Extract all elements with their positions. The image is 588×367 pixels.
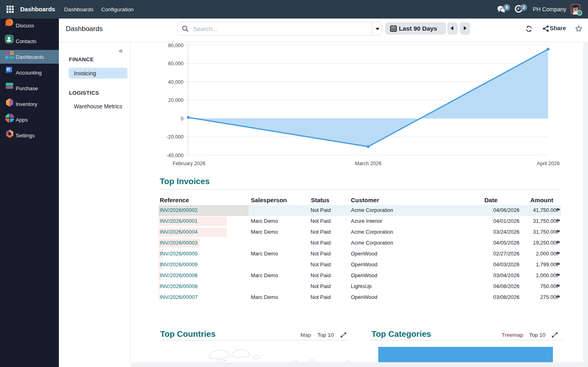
- svg-text:-40,000: -40,000: [167, 153, 183, 158]
- svg-text:80,000: 80,000: [168, 43, 183, 48]
- svg-text:40,000: 40,000: [168, 79, 183, 85]
- svg-text:60,000: 60,000: [168, 61, 183, 66]
- svg-text:0: 0: [181, 116, 183, 122]
- svg-text:-20,000: -20,000: [167, 134, 183, 140]
- svg-text:March 2026: March 2026: [355, 161, 382, 166]
- svg-text:February 2026: February 2026: [173, 161, 205, 166]
- svg-text:$: $: [8, 68, 9, 71]
- svg-text:April 2026: April 2026: [537, 161, 559, 166]
- svg-text:20,000: 20,000: [168, 97, 183, 103]
